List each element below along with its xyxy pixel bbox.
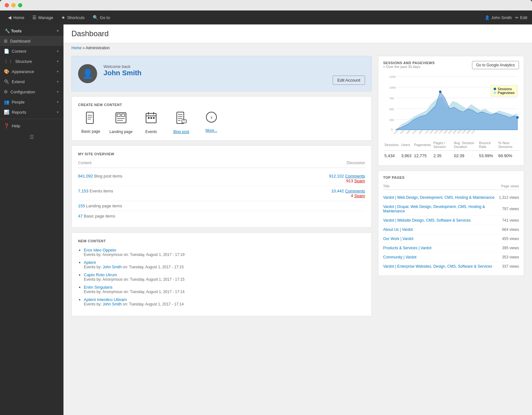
create-basic-page[interactable]: Basic page <box>78 111 103 134</box>
top-pages-link-3[interactable]: About Us | Vardot <box>383 227 413 232</box>
svg-text:750: 750 <box>389 97 394 100</box>
top-pages-views-1: 797 views <box>502 207 519 211</box>
svg-point-40 <box>516 116 519 119</box>
sidebar-item-reports[interactable]: 📊 Reports ▾ <box>0 107 63 117</box>
user-menu[interactable]: 👤 John Smith <box>485 15 512 20</box>
edit-account-button[interactable]: Edit Account <box>333 76 365 85</box>
top-pages-col-views: Page views <box>501 184 519 188</box>
top-pages-views-0: 1,312 views <box>499 195 519 200</box>
top-pages-link-6[interactable]: Community | Vardot <box>383 255 416 259</box>
structure-icon: ⋮⋮ <box>4 59 13 64</box>
sidebar-collapse-button[interactable]: ☰ <box>0 131 63 143</box>
create-blog-post[interactable]: Blog post <box>169 111 194 134</box>
landing-page-icon <box>115 111 127 127</box>
nav-home[interactable]: ◀ Home <box>5 13 28 22</box>
new-content-link-0[interactable]: Eros Ideo Oppeto <box>84 248 116 252</box>
search-icon: 🔍 <box>93 15 98 20</box>
nav-goto[interactable]: 🔍 Go to <box>90 13 113 22</box>
new-content-item-3: Enim Singularis Events by: Anonymous on:… <box>84 285 365 294</box>
top-pages-link-7[interactable]: Vardot | Enterprise Websites, Design, CM… <box>383 264 492 269</box>
events-label: Events <box>145 130 157 134</box>
overview-spam-link-0[interactable]: Spam <box>354 178 365 183</box>
overview-count-1[interactable]: 7,153 <box>78 189 89 193</box>
maximize-button[interactable] <box>18 3 22 7</box>
sessions-chart: 1250 1000 750 500 250 0 <box>383 72 519 136</box>
top-pages-link-4[interactable]: Our Work | Vardot <box>383 237 413 241</box>
top-pages-row-7: Vardot | Enterprise Websites, Design, CM… <box>383 262 519 271</box>
appearance-icon: 🎨 <box>4 69 9 74</box>
sidebar-item-people[interactable]: 👥 People ▾ <box>0 97 63 107</box>
go-analytics-button[interactable]: Go to Google Analytics <box>472 61 519 69</box>
chart-subtitle: » Over the past 30 days. <box>383 65 435 69</box>
svg-rect-4 <box>116 113 126 123</box>
overview-count-3[interactable]: 47 <box>78 214 83 218</box>
sidebar-item-structure[interactable]: ⋮⋮ Structure ▾ <box>0 56 63 66</box>
edit-button[interactable]: ✏ Edit <box>515 15 527 20</box>
overview-count-2[interactable]: 155 <box>78 204 85 208</box>
create-landing-page[interactable]: Landing page <box>108 111 134 134</box>
create-more[interactable]: › More... <box>199 111 224 134</box>
stats-table: Sessions Users Pageviews Pages / Session… <box>383 139 519 161</box>
col-users: Users <box>400 139 413 151</box>
sidebar-item-content[interactable]: 📄 Content ▾ <box>0 46 63 56</box>
collapse-icon: ☰ <box>30 134 34 140</box>
top-pages-row-3: About Us | Vardot 664 views <box>383 225 519 234</box>
chart-title: SESSIONS AND PAGEVIEWS <box>383 61 435 65</box>
overview-row-3: 47 Basic page items <box>78 211 365 221</box>
sessions-legend-dot <box>494 88 496 90</box>
top-pages-views-2: 741 views <box>502 218 519 223</box>
top-pages-views-3: 664 views <box>502 227 519 232</box>
top-pages-link-1[interactable]: Vardot | Drupal, Web Design, Development… <box>383 204 499 213</box>
top-pages-link-0[interactable]: Vardot | Web Design, Development, CMS, H… <box>383 195 495 200</box>
welcome-username: John Smith <box>103 69 142 77</box>
sidebar-content-label: Content <box>12 49 26 54</box>
overview-content-label-3: Basic page items <box>84 214 115 218</box>
new-content-link-4[interactable]: Aptent Interdico Utinam <box>84 297 127 302</box>
top-pages-views-5: 395 views <box>502 246 519 250</box>
sidebar-item-help[interactable]: ❓ Help <box>0 121 63 131</box>
sidebar-item-dashboard[interactable]: ⊞ Dashboard <box>0 36 63 46</box>
overview-count-0[interactable]: 841,092 <box>78 174 93 178</box>
configuration-chevron-icon: ▾ <box>57 90 59 94</box>
stat-users: 3,963 <box>400 151 413 161</box>
new-content-link-3[interactable]: Enim Singularis <box>84 285 112 290</box>
content-area: Dashboard Home » Administration 👤 Welcom… <box>63 24 532 415</box>
overview-spam-link-1[interactable]: Spam <box>354 193 365 198</box>
top-pages-views-6: 353 views <box>502 255 519 259</box>
overview-comments-link-1[interactable]: Comments <box>345 189 365 193</box>
close-button[interactable] <box>5 3 9 7</box>
sidebar-item-extend[interactable]: 🔌 Extend ▾ <box>0 77 63 87</box>
chart-header: SESSIONS AND PAGEVIEWS » Over the past 3… <box>383 61 519 69</box>
new-content-item-2: Capto Roto Utrum Events by: Anonymous on… <box>84 272 365 282</box>
minimize-button[interactable] <box>11 3 16 7</box>
sidebar-item-configuration[interactable]: ⚙ Configuration ▾ <box>0 87 63 97</box>
svg-rect-21 <box>182 120 186 123</box>
overview-comments-count-0: 912,102 <box>329 174 344 178</box>
top-pages-link-2[interactable]: Vardot | Website Design, CMS, Software &… <box>383 218 471 223</box>
basic-page-label: Basic page <box>81 129 100 134</box>
overview-comments-link-0[interactable]: Comments <box>345 174 365 178</box>
svg-point-39 <box>439 90 442 93</box>
sidebar-people-label: People <box>12 100 24 104</box>
overview-content-label-2: Landing page items <box>86 204 122 208</box>
new-content-link-2[interactable]: Capto Roto Utrum <box>84 272 117 277</box>
nav-shortcuts[interactable]: ★ Shortcuts <box>58 13 88 22</box>
new-content-meta-2: Events by: Anonymous on: Tuesday, August… <box>84 277 365 282</box>
page-title: Dashboard <box>71 29 524 38</box>
analytics-chart-card: SESSIONS AND PAGEVIEWS » Over the past 3… <box>378 56 524 166</box>
sidebar-item-appearance[interactable]: 🎨 Appearance ▾ <box>0 66 63 77</box>
breadcrumb-home[interactable]: Home <box>71 46 82 50</box>
new-content-item-4: Aptent Interdico Utinam Events by: John … <box>84 297 365 306</box>
top-pages-card: TOP PAGES Title Page views Vardot | Web … <box>378 171 524 276</box>
top-pages-row-4: Our Work | Vardot 455 views <box>383 234 519 244</box>
top-pages-link-5[interactable]: Products & Services | Vardot <box>383 246 431 250</box>
svg-text:1000: 1000 <box>389 86 396 89</box>
dashboard-icon: ⊞ <box>4 38 8 44</box>
nav-manage[interactable]: ☰ Manage <box>29 13 57 22</box>
overview-row-0: 841,092 Blog post items 912,102 Comments… <box>78 171 365 186</box>
more-icon: › <box>206 111 217 126</box>
create-events[interactable]: Events <box>138 111 164 134</box>
stat-pageviews: 12,775 <box>413 151 432 161</box>
star-icon: ★ <box>61 15 65 20</box>
new-content-link-1[interactable]: Aptent <box>84 260 96 265</box>
